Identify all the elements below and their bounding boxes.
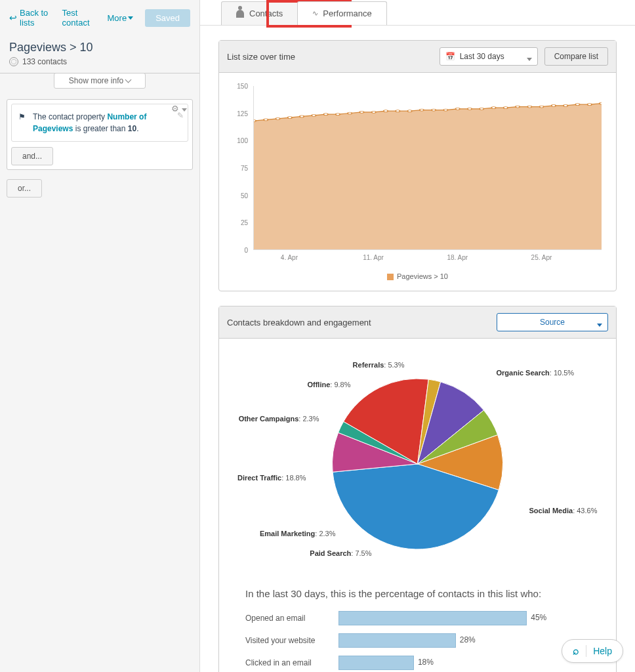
svg-point-5 xyxy=(312,114,316,116)
more-dropdown[interactable]: More xyxy=(108,13,134,23)
svg-point-24 xyxy=(539,106,543,108)
svg-point-18 xyxy=(468,108,472,110)
flag-icon: ⚑ xyxy=(18,111,26,123)
tab-contacts[interactable]: Contacts xyxy=(221,1,298,25)
svg-point-27 xyxy=(575,104,579,106)
svg-text:Email Marketing: 2.3%: Email Marketing: 2.3% xyxy=(260,530,336,537)
back-arrow-icon: ↩ xyxy=(9,12,17,23)
svg-point-23 xyxy=(527,106,531,108)
pie-chart: Social Media: 43.6%Organic Search: 10.5%… xyxy=(219,339,616,576)
engagement-value: 28% xyxy=(460,635,476,644)
help-widget[interactable]: ⌕ Help xyxy=(562,639,623,663)
engagement-title: In the last 30 days, this is the percent… xyxy=(219,576,616,607)
filter-card: ⚙ ✎ ⚑ The contact property Number of Pag… xyxy=(7,99,193,170)
engagement-bar xyxy=(338,656,414,670)
panel-title: Contacts breakdown and engagement xyxy=(227,318,371,327)
pulse-icon: ∿ xyxy=(312,9,318,18)
svg-text:Social Media: 43.6%: Social Media: 43.6% xyxy=(529,507,598,514)
svg-text:Referrals: 5.3%: Referrals: 5.3% xyxy=(353,361,405,369)
chevron-down-icon xyxy=(125,77,132,83)
svg-point-0 xyxy=(254,120,256,122)
svg-point-11 xyxy=(384,110,388,112)
search-icon[interactable]: ⌕ xyxy=(573,645,579,657)
caret-down-icon xyxy=(597,320,602,329)
panel-title: List size over time xyxy=(227,52,295,62)
svg-point-9 xyxy=(359,111,363,113)
filter-rule[interactable]: ✎ ⚑ The contact property Number of Pagev… xyxy=(11,104,188,142)
svg-point-22 xyxy=(516,106,520,108)
svg-text:Organic Search: 10.5%: Organic Search: 10.5% xyxy=(497,369,575,377)
svg-point-3 xyxy=(288,117,292,119)
main-content: Contacts ∿ Performance List size over ti… xyxy=(200,0,635,672)
saved-button: Saved xyxy=(145,9,190,27)
svg-point-6 xyxy=(323,114,327,116)
svg-point-4 xyxy=(300,116,304,117)
atom-icon xyxy=(9,57,18,66)
engagement-bar xyxy=(338,633,456,648)
engagement-value: 45% xyxy=(531,613,546,622)
legend-swatch xyxy=(387,274,394,280)
svg-point-16 xyxy=(443,109,447,111)
svg-point-28 xyxy=(588,104,592,106)
tab-performance[interactable]: ∿ Performance xyxy=(297,1,386,25)
svg-point-1 xyxy=(264,119,268,121)
svg-point-29 xyxy=(600,102,602,104)
svg-point-2 xyxy=(276,117,279,119)
svg-point-20 xyxy=(491,107,495,109)
svg-point-26 xyxy=(563,104,567,106)
engagement-label: Opened an email xyxy=(245,614,331,623)
list-title: Pageviews > 10 xyxy=(0,35,199,57)
svg-point-21 xyxy=(504,107,508,109)
svg-point-8 xyxy=(348,112,352,114)
svg-point-10 xyxy=(372,111,376,113)
calendar-icon: 📅 xyxy=(445,52,455,61)
or-button[interactable]: or... xyxy=(7,179,42,198)
engagement-row: Opened an email45% xyxy=(219,607,616,629)
date-range-dropdown[interactable]: 📅 Last 30 days xyxy=(440,47,538,66)
svg-text:Paid Search: 7.5%: Paid Search: 7.5% xyxy=(310,549,371,557)
engagement-row: Visited your website28% xyxy=(219,629,616,652)
caret-down-icon xyxy=(128,16,133,20)
back-to-lists-link[interactable]: ↩ Back to lists xyxy=(9,8,51,28)
svg-point-19 xyxy=(480,108,483,110)
chart-legend: Pageviews > 10 xyxy=(231,267,604,283)
area-chart: 0255075100125150 4. Apr11. Apr18. Apr25.… xyxy=(231,83,604,267)
test-contact-link[interactable]: Test contact xyxy=(62,8,96,28)
engagement-label: Clicked in an email xyxy=(245,658,331,667)
svg-point-13 xyxy=(407,110,411,112)
engagement-label: Visited your website xyxy=(245,636,331,645)
source-dropdown[interactable]: Source xyxy=(497,313,608,331)
svg-text:Offline: 9.8%: Offline: 9.8% xyxy=(307,381,350,388)
svg-point-7 xyxy=(336,114,340,116)
engagement-value: 18% xyxy=(418,658,434,667)
panel-breakdown: Contacts breakdown and engagement Source… xyxy=(218,306,617,672)
and-button[interactable]: and... xyxy=(11,147,53,165)
svg-point-17 xyxy=(456,108,460,110)
pencil-icon[interactable]: ✎ xyxy=(177,110,184,121)
svg-point-14 xyxy=(420,109,424,111)
left-sidebar: ↩ Back to lists Test contact More Saved … xyxy=(0,0,200,672)
engagement-row: Clicked in an email18% xyxy=(219,652,616,672)
svg-point-15 xyxy=(432,109,436,111)
show-more-button[interactable]: Show more info xyxy=(54,73,146,89)
svg-text:Other Campaigns: 2.3%: Other Campaigns: 2.3% xyxy=(239,415,319,423)
compare-list-button[interactable]: Compare list xyxy=(544,47,608,66)
svg-point-12 xyxy=(396,110,399,112)
help-label: Help xyxy=(593,646,612,656)
panel-list-size: List size over time 📅 Last 30 days Compa… xyxy=(218,40,617,291)
tabs-row: Contacts ∿ Performance xyxy=(200,0,635,26)
caret-down-icon xyxy=(527,54,532,63)
engagement-bar xyxy=(338,611,527,625)
person-icon xyxy=(236,10,244,18)
contacts-count: 133 contacts xyxy=(0,57,199,73)
svg-text:Direct Traffic: 18.8%: Direct Traffic: 18.8% xyxy=(237,474,306,482)
svg-point-25 xyxy=(552,104,556,106)
